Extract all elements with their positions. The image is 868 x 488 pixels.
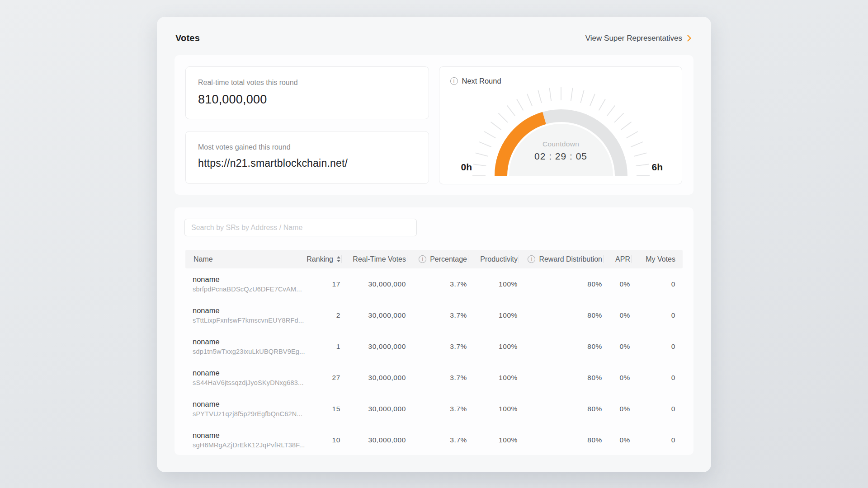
card-header: Votes View Super Representatives <box>157 17 711 55</box>
reward-value: 80% <box>519 405 603 413</box>
info-icon[interactable] <box>419 255 426 263</box>
sr-table-panel: Name Ranking Real-Time Votes Percentage … <box>175 207 693 455</box>
percentage-value: 3.7% <box>407 405 468 413</box>
sr-name-cell[interactable]: noname sTttLixpFxnfswF7kmscvnEUY8RFd... <box>185 306 298 324</box>
total-votes-value: 810,000,000 <box>198 93 416 107</box>
sr-name: noname <box>193 306 298 315</box>
percentage-value: 3.7% <box>407 374 468 382</box>
column-header-votes: Real-Time Votes <box>341 250 407 268</box>
chevron-right-icon <box>687 35 691 42</box>
view-super-representatives-label: View Super Representatives <box>585 34 682 43</box>
sr-name: noname <box>193 431 298 440</box>
my-votes-value: 0 <box>631 374 683 382</box>
sr-name-cell[interactable]: noname sbrfpdPcnaBDScQzU6DFE7CvAM... <box>185 275 298 293</box>
total-votes-card: Real-time total votes this round 810,000… <box>185 66 429 119</box>
sort-icon[interactable] <box>337 256 340 262</box>
percentage-value: 3.7% <box>407 436 468 444</box>
column-header-reward: Reward Distribution <box>519 250 603 268</box>
apr-value: 0% <box>603 405 631 413</box>
table-row[interactable]: noname sbrfpdPcnaBDScQzU6DFE7CvAM... 17 … <box>185 268 683 300</box>
apr-value: 0% <box>603 280 631 288</box>
my-votes-value: 0 <box>631 280 683 288</box>
page-title: Votes <box>175 33 200 43</box>
column-header-productivity: Productivity <box>468 250 519 268</box>
stats-panel: Real-time total votes this round 810,000… <box>175 55 693 195</box>
percentage-value: 3.7% <box>407 280 468 288</box>
votes-value: 30,000,000 <box>341 343 407 351</box>
ranking-value: 17 <box>298 280 341 288</box>
sr-address: sbrfpdPcnaBDScQzU6DFE7CvAM... <box>193 286 298 293</box>
productivity-value: 100% <box>468 343 519 351</box>
votes-value: 30,000,000 <box>341 436 407 444</box>
percentage-value: 3.7% <box>407 343 468 351</box>
sr-address: sPYTVUz1qzj8f5p29rEgfbQnC62N... <box>193 410 298 418</box>
ranking-value: 27 <box>298 374 341 382</box>
reward-value: 80% <box>519 374 603 382</box>
search-input[interactable] <box>184 219 417 236</box>
votes-value: 30,000,000 <box>341 405 407 413</box>
column-header-percentage: Percentage <box>407 250 468 268</box>
votes-card: Votes View Super Representatives Real-ti… <box>157 17 711 472</box>
reward-value: 80% <box>519 280 603 288</box>
my-votes-value: 0 <box>631 436 683 444</box>
table-row[interactable]: noname sgH6MRgAZjDrEkK12JqPvfRLT38F... 1… <box>185 424 683 455</box>
my-votes-value: 0 <box>631 343 683 351</box>
sr-name: noname <box>193 275 298 284</box>
sr-address: sTttLixpFxnfswF7kmscvnEUY8RFd... <box>193 317 298 324</box>
info-icon[interactable] <box>528 255 535 263</box>
column-header-my-votes: My Votes <box>631 250 683 268</box>
productivity-value: 100% <box>468 374 519 382</box>
ranking-value: 1 <box>298 343 341 351</box>
sr-address: sS44HaV6jtssqzdjJyoSKyDNxg683... <box>193 379 298 386</box>
table-header-row: Name Ranking Real-Time Votes Percentage … <box>185 250 683 268</box>
ranking-value: 2 <box>298 311 341 319</box>
most-votes-label: Most votes gained this round <box>198 143 416 151</box>
votes-value: 30,000,000 <box>341 374 407 382</box>
next-round-card: Next Round Countdown 02 : 29 : 05 0h 6h <box>439 66 683 184</box>
votes-value: 30,000,000 <box>341 311 407 319</box>
reward-value: 80% <box>519 311 603 319</box>
sr-name-cell[interactable]: noname sgH6MRgAZjDrEkK12JqPvfRLT38F... <box>185 431 298 449</box>
my-votes-value: 0 <box>631 405 683 413</box>
table-row[interactable]: noname sTttLixpFxnfswF7kmscvnEUY8RFd... … <box>185 300 683 331</box>
countdown-label: Countdown <box>542 140 579 148</box>
countdown-time: 02 : 29 : 05 <box>534 151 587 162</box>
column-header-ranking[interactable]: Ranking <box>298 250 341 268</box>
sr-name: noname <box>193 400 298 408</box>
table-row[interactable]: noname sPYTVUz1qzj8f5p29rEgfbQnC62N... 1… <box>185 393 683 424</box>
sr-table: Name Ranking Real-Time Votes Percentage … <box>185 250 683 455</box>
productivity-value: 100% <box>468 311 519 319</box>
productivity-value: 100% <box>468 436 519 444</box>
apr-value: 0% <box>603 343 631 351</box>
sr-name-cell[interactable]: noname sS44HaV6jtssqzdjJyoSKyDNxg683... <box>185 369 298 386</box>
ranking-value: 15 <box>298 405 341 413</box>
most-votes-card: Most votes gained this round https://n21… <box>185 131 429 184</box>
gauge-min-label: 0h <box>461 162 472 173</box>
table-row[interactable]: noname sdp1tn5wTxxg23ixuLkUBQRBV9Eg... 1… <box>185 331 683 362</box>
sr-address: sgH6MRgAZjDrEkK12JqPvfRLT38F... <box>193 441 298 449</box>
apr-value: 0% <box>603 374 631 382</box>
ranking-value: 10 <box>298 436 341 444</box>
most-votes-url[interactable]: https://n21.smartblockchain.net/ <box>198 157 416 169</box>
sr-address: sdp1tn5wTxxg23ixuLkUBQRBV9Eg... <box>193 348 298 355</box>
sr-name-cell[interactable]: noname sPYTVUz1qzj8f5p29rEgfbQnC62N... <box>185 400 298 418</box>
sr-name: noname <box>193 338 298 346</box>
percentage-value: 3.7% <box>407 311 468 319</box>
reward-value: 80% <box>519 436 603 444</box>
view-super-representatives-link[interactable]: View Super Representatives <box>585 34 691 43</box>
total-votes-label: Real-time total votes this round <box>198 79 416 87</box>
productivity-value: 100% <box>468 405 519 413</box>
reward-value: 80% <box>519 343 603 351</box>
votes-value: 30,000,000 <box>341 280 407 288</box>
column-header-name: Name <box>185 250 298 268</box>
gauge-max-label: 6h <box>652 162 663 173</box>
apr-value: 0% <box>603 436 631 444</box>
productivity-value: 100% <box>468 280 519 288</box>
apr-value: 0% <box>603 311 631 319</box>
table-row[interactable]: noname sS44HaV6jtssqzdjJyoSKyDNxg683... … <box>185 362 683 393</box>
sr-name: noname <box>193 369 298 377</box>
column-header-apr: APR <box>603 250 631 268</box>
stats-column: Real-time total votes this round 810,000… <box>185 66 429 184</box>
sr-name-cell[interactable]: noname sdp1tn5wTxxg23ixuLkUBQRBV9Eg... <box>185 338 298 355</box>
countdown-gauge <box>439 67 682 184</box>
